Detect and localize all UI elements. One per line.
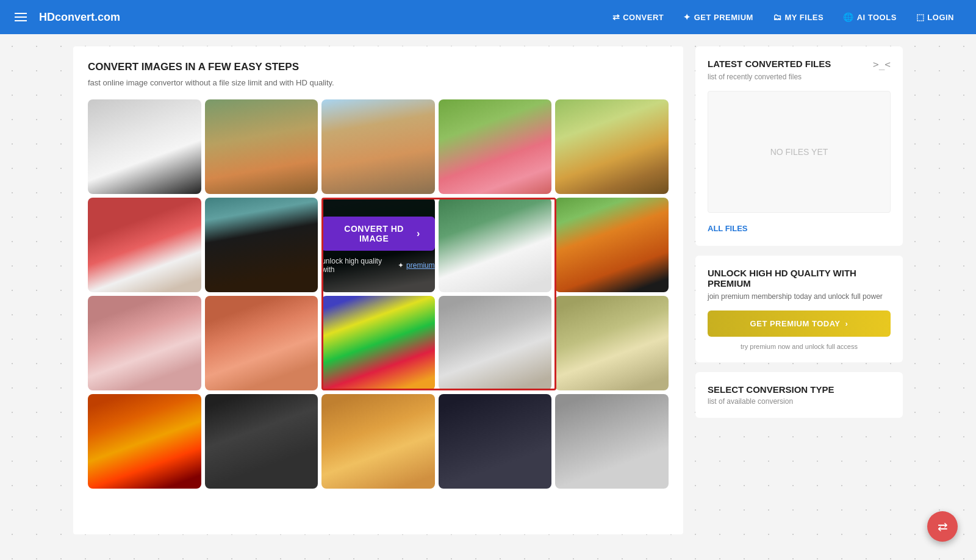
image-grid: CONVERT HD IMAGE › unlock high quality w… (88, 99, 669, 489)
latest-files-subtitle: list of recently converted files (708, 73, 831, 81)
nav-login[interactable]: ⬚ LOGIN (909, 9, 961, 26)
all-files-link[interactable]: ALL FILES (708, 224, 747, 233)
no-files-area: NO FILES YET (708, 91, 891, 213)
page-subtitle: fast online image convertor without a fi… (88, 78, 669, 87)
image-bride[interactable] (88, 99, 201, 194)
premium-card: UNLOCK HIGH HD QUALITY WITH PREMIUM join… (695, 256, 903, 362)
get-premium-today-button[interactable]: GET PREMIUM TODAY › (708, 311, 891, 337)
login-icon: ⬚ (916, 12, 925, 22)
premium-link[interactable]: premium (406, 261, 435, 270)
nav-convert-label: CONVERT (623, 13, 664, 22)
hamburger-menu[interactable] (15, 13, 27, 21)
image-woman-hat[interactable] (205, 99, 318, 194)
nav-premium-label: GET PREMIUM (694, 13, 753, 22)
main-layout: CONVERT IMAGES IN A FEW EASY STEPS fast … (61, 34, 915, 547)
page-title: CONVERT IMAGES IN A FEW EASY STEPS (88, 61, 669, 73)
image-dark1[interactable] (205, 394, 318, 489)
nav-files-label: MY FILES (784, 13, 824, 22)
latest-files-card: LATEST CONVERTED FILES list of recently … (695, 46, 903, 246)
conversion-type-title: SELECT CONVERSION TYPE (708, 384, 891, 395)
nav-my-files[interactable]: 🗂 MY FILES (766, 9, 831, 26)
files-icon: 🗂 (773, 12, 782, 22)
unlock-label: unlock high quality with (321, 257, 395, 274)
image-robes[interactable] (439, 296, 552, 390)
image-cat2[interactable] (555, 394, 669, 489)
image-fire[interactable] (88, 394, 201, 489)
convert-hd-arrow-icon: › (417, 228, 420, 239)
convert-overlay: CONVERT HD IMAGE › unlock high quality w… (321, 198, 435, 292)
floating-convert-button[interactable]: ⇄ (927, 511, 958, 542)
image-dark-woman-overlay[interactable]: CONVERT HD IMAGE › unlock high quality w… (321, 198, 435, 292)
image-tiger[interactable] (555, 198, 669, 292)
convert-icon: ⇄ (612, 12, 620, 22)
latest-files-title-group: LATEST CONVERTED FILES list of recently … (708, 59, 831, 91)
nav-login-label: LOGIN (927, 13, 954, 22)
latest-files-title: LATEST CONVERTED FILES (708, 59, 831, 69)
convert-hd-label: CONVERT HD IMAGE (336, 224, 412, 243)
image-puppy[interactable] (321, 99, 435, 194)
image-kitten[interactable] (555, 296, 669, 390)
conversion-type-card: SELECT CONVERSION TYPE list of available… (695, 372, 903, 418)
image-afro[interactable] (205, 198, 318, 292)
latest-files-header: LATEST CONVERTED FILES list of recently … (708, 59, 891, 91)
premium-note: try premium now and unlock full access (708, 343, 891, 350)
premium-card-title: UNLOCK HIGH HD QUALITY WITH PREMIUM (708, 268, 891, 289)
page-background: CONVERT IMAGES IN A FEW EASY STEPS fast … (0, 34, 976, 560)
image-cat[interactable] (555, 99, 669, 194)
ai-tools-icon: 🌐 (843, 12, 854, 22)
image-turban[interactable] (88, 198, 201, 292)
right-sidebar: LATEST CONVERTED FILES list of recently … (695, 46, 903, 534)
header: HDconvert.com ⇄ CONVERT ✦ GET PREMIUM 🗂 … (0, 0, 976, 34)
nav-aitools-label: AI TOOLS (857, 13, 897, 22)
image-fox[interactable] (321, 394, 435, 489)
image-hijab[interactable] (88, 296, 201, 390)
no-files-text: NO FILES YET (770, 147, 828, 157)
nav-convert[interactable]: ⇄ CONVERT (605, 9, 672, 26)
header-nav: ⇄ CONVERT ✦ GET PREMIUM 🗂 MY FILES 🌐 AI … (605, 9, 961, 26)
image-veil[interactable] (439, 99, 552, 194)
premium-sparkle-icon: ✦ (398, 261, 404, 270)
site-logo: HDconvert.com (39, 11, 120, 24)
left-content: CONVERT IMAGES IN A FEW EASY STEPS fast … (73, 46, 683, 534)
premium-card-desc: join premium membership today and unlock… (708, 292, 891, 301)
floating-convert-icon: ⇄ (938, 519, 948, 534)
conversion-type-subtitle: list of available conversion (708, 397, 891, 406)
image-white-dog[interactable] (439, 198, 552, 292)
nav-get-premium[interactable]: ✦ GET PREMIUM (676, 9, 761, 26)
premium-star-icon: ✦ (683, 12, 691, 22)
image-dark2[interactable] (439, 394, 552, 489)
premium-btn-arrow-icon: › (845, 319, 849, 328)
nav-ai-tools[interactable]: 🌐 AI TOOLS (836, 9, 904, 26)
convert-hd-button[interactable]: CONVERT HD IMAGE › (321, 217, 435, 251)
image-colorful-face[interactable] (321, 296, 435, 390)
image-child[interactable] (205, 296, 318, 390)
terminal-icon[interactable]: >_< (873, 59, 891, 70)
unlock-text: unlock high quality with ✦ premium (321, 257, 435, 274)
premium-btn-label: GET PREMIUM TODAY (750, 319, 841, 328)
